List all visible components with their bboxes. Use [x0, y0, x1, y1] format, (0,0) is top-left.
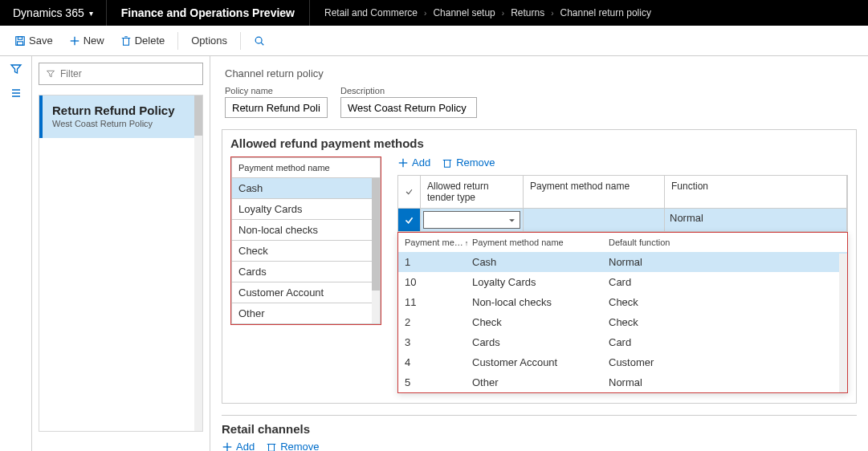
description-input[interactable] [340, 97, 477, 118]
tender-lookup-dropdown: Payment me…↑ Payment method name Default… [397, 232, 848, 393]
record-title: Return Refund Policy [52, 104, 193, 117]
lookup-row[interactable]: 10Loyalty CardsCard [398, 272, 847, 292]
pm-row[interactable]: Cards [231, 262, 381, 282]
payment-method-list: Payment method name Cash Loyalty Cards N… [230, 156, 381, 325]
save-button[interactable]: Save [8, 31, 59, 50]
breadcrumb: Retail and Commerce › Channel setup › Re… [310, 7, 666, 18]
delete-button[interactable]: Delete [114, 31, 172, 50]
chevron-right-icon: › [551, 9, 553, 18]
chevron-down-icon [507, 216, 516, 225]
col-tender-type[interactable]: Allowed return tender type [421, 176, 524, 208]
tender-grid: Allowed return tender type Payment metho… [397, 175, 848, 232]
scrollbar[interactable] [372, 178, 380, 323]
pm-row[interactable]: Non-local checks [231, 220, 381, 241]
lookup-row[interactable]: 11Non-local checksCheck [398, 292, 847, 312]
command-bar: Save New Delete Options [0, 26, 868, 56]
row-checkbox[interactable] [398, 209, 421, 231]
tender-type-cell[interactable] [421, 209, 524, 231]
remove-button[interactable]: Remove [442, 156, 495, 169]
remove-button[interactable]: Remove [266, 441, 319, 451]
description-field: Description [340, 86, 477, 118]
policy-name-label: Policy name [225, 86, 328, 95]
check-icon [404, 215, 414, 226]
options-button[interactable]: Options [185, 31, 234, 50]
crumb-3[interactable]: Channel return policy [560, 7, 651, 18]
pm-row[interactable]: Customer Account [231, 282, 381, 303]
filter-icon [46, 69, 55, 79]
description-label: Description [340, 86, 477, 95]
pm-row[interactable]: Check [231, 241, 381, 262]
brand-label: Dynamics 365 [13, 6, 84, 19]
plus-icon [222, 441, 233, 452]
separator [240, 32, 241, 50]
add-button[interactable]: Add [397, 156, 430, 169]
col-function[interactable]: Function [665, 176, 847, 208]
chevron-right-icon: › [424, 9, 426, 18]
svg-rect-5 [123, 38, 128, 45]
retail-channels-section: Retail channels Add Remove Name Opera [222, 415, 857, 451]
crumb-2[interactable]: Returns [511, 7, 544, 18]
record-subtitle: West Coast Return Policy [52, 119, 193, 128]
record-list: Return Refund Policy West Coast Return P… [39, 95, 203, 432]
scrollbar[interactable] [194, 95, 202, 431]
lookup-header: Payment me…↑ Payment method name Default… [398, 233, 847, 252]
funnel-icon[interactable] [10, 63, 22, 75]
record-list-item[interactable]: Return Refund Policy West Coast Return P… [39, 95, 202, 138]
pm-row[interactable]: Cash [231, 178, 381, 199]
lookup-col-func[interactable]: Default function [609, 238, 841, 247]
separator [177, 32, 178, 50]
select-all-checkbox[interactable] [398, 176, 421, 208]
save-icon [14, 35, 26, 47]
lookup-row[interactable]: 1CashNormal [398, 252, 847, 272]
svg-rect-15 [445, 160, 450, 167]
pm-row[interactable]: Loyalty Cards [231, 199, 381, 220]
col-pm-name[interactable]: Payment method name [524, 176, 665, 208]
lookup-col-name[interactable]: Payment method name [472, 238, 609, 247]
app-header: Dynamics 365 ▾ Finance and Operations Pr… [0, 0, 868, 26]
search-icon [254, 35, 265, 47]
section-title: Retail channels [222, 422, 857, 436]
tender-grid-area: Add Remove Allowed return tender ty [397, 156, 848, 393]
section-title: Allowed refund payment methods [230, 136, 848, 150]
filter-input[interactable] [60, 68, 196, 79]
svg-rect-1 [18, 36, 22, 39]
svg-point-8 [255, 37, 262, 43]
brand-switcher[interactable]: Dynamics 365 ▾ [0, 0, 107, 26]
new-button[interactable]: New [63, 31, 111, 50]
allowed-refund-section: Allowed refund payment methods Payment m… [222, 129, 857, 404]
content-area: Channel return policy Policy name Descri… [210, 56, 868, 451]
pm-name-cell[interactable] [524, 209, 665, 231]
lookup-row[interactable]: 4Customer AccountCustomer [398, 352, 847, 372]
tender-type-dropdown[interactable] [423, 211, 520, 229]
grid-row[interactable]: Normal [398, 209, 847, 231]
record-list-panel: Return Refund Policy West Coast Return P… [32, 56, 210, 451]
chevron-down-icon: ▾ [89, 9, 93, 18]
search-button[interactable] [247, 32, 271, 50]
plus-icon [69, 35, 80, 47]
svg-rect-2 [18, 41, 23, 44]
trash-icon [120, 35, 132, 47]
lookup-row[interactable]: 2CheckCheck [398, 312, 847, 332]
trash-icon [266, 441, 277, 452]
policy-name-input[interactable] [225, 97, 328, 118]
svg-line-9 [261, 43, 263, 45]
scrollbar[interactable] [839, 254, 847, 392]
lookup-col-num[interactable]: Payment me…↑ [405, 238, 472, 247]
list-icon[interactable] [10, 87, 22, 100]
lookup-row[interactable]: 3CardsCard [398, 332, 847, 352]
policy-name-field: Policy name [225, 86, 328, 118]
svg-rect-19 [269, 444, 275, 451]
pm-row[interactable]: Other [231, 303, 381, 324]
lookup-row[interactable]: 5OtherNormal [398, 372, 847, 392]
chevron-right-icon: › [502, 9, 504, 18]
check-icon [405, 186, 414, 197]
crumb-1[interactable]: Channel setup [433, 7, 495, 18]
trash-icon [442, 157, 453, 169]
crumb-0[interactable]: Retail and Commerce [324, 7, 418, 18]
sort-asc-icon: ↑ [465, 239, 469, 247]
page-title: Channel return policy [225, 67, 854, 79]
add-button[interactable]: Add [222, 441, 255, 451]
filter-input-wrap[interactable] [39, 63, 203, 85]
function-cell: Normal [665, 209, 847, 231]
pm-list-header[interactable]: Payment method name [231, 157, 381, 178]
